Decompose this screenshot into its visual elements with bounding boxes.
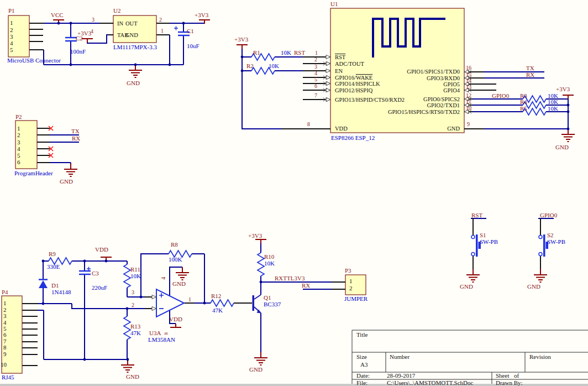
pin-name-pre: GPIO16/	[335, 75, 356, 81]
title-block-file-label: File:	[356, 380, 368, 386]
s1-value[interactable]: SW-PB	[480, 239, 498, 246]
s2-ref[interactable]: S2	[547, 232, 554, 239]
u1-pin14-num: 14	[466, 78, 471, 84]
net-label-rx[interactable]: RX	[526, 72, 534, 79]
u2-ref[interactable]: U2	[113, 8, 120, 14]
r12-ref[interactable]: R12	[211, 293, 221, 300]
r11-value[interactable]: 10K	[130, 273, 141, 280]
u1-vdd-name: VDD	[335, 126, 348, 132]
u1-pin3-num: 3	[314, 64, 317, 70]
r1-value[interactable]: 10K	[281, 50, 291, 56]
s2-value[interactable]: SW-PB	[547, 239, 565, 246]
d1-ref[interactable]: D1	[51, 283, 59, 289]
r9-ref[interactable]: R9	[49, 251, 56, 258]
r4-ref[interactable]: R4	[520, 99, 527, 106]
c2-ref[interactable]: C2	[76, 35, 83, 42]
p4-ref[interactable]: P4	[2, 289, 8, 296]
resistor-symbols[interactable]	[49, 54, 546, 340]
p2-pin-1: 1	[17, 126, 20, 132]
c2-value[interactable]: 100nF	[70, 49, 86, 55]
net-label-vdd-rail[interactable]: VDD	[95, 247, 108, 253]
transistor-symbol[interactable]	[253, 295, 261, 314]
u1-pin16-name: GPIO1/SPICS1/TXD0	[407, 69, 460, 75]
u3a-value[interactable]: LM358AN	[148, 337, 175, 343]
r2-ref[interactable]: R2	[246, 63, 254, 70]
r8-value[interactable]: 100K	[169, 257, 182, 263]
net-label-tx-p2[interactable]: TX	[71, 128, 80, 135]
r2-value[interactable]: 10K	[269, 63, 279, 70]
r13-value[interactable]: 47K	[130, 330, 141, 337]
c3-ref[interactable]: C3	[92, 270, 99, 277]
u1-pin4-num: 4	[314, 71, 317, 77]
r5-value[interactable]: 10K	[548, 106, 558, 112]
u3a-infinity-icon: ∞	[164, 331, 168, 337]
u2-pin-in-name: IN	[117, 20, 123, 27]
r8-ref[interactable]: R8	[171, 242, 178, 248]
p3-body[interactable]	[345, 275, 366, 295]
net-label-rst[interactable]: RST	[294, 50, 305, 56]
u1-pin12-name: GPIO0/SPICS2	[423, 96, 460, 102]
p4-value[interactable]: RJ45	[2, 374, 14, 381]
net-label-tx[interactable]: TX	[526, 65, 534, 72]
net-label-3v3-r1r2[interactable]: +3V3	[234, 36, 248, 43]
r10-ref[interactable]: R10	[264, 254, 274, 260]
u2-value[interactable]: LM1117MPX-3.3	[113, 44, 157, 51]
wires-blue[interactable]	[38, 23, 568, 359]
r12-value[interactable]: 47K	[212, 307, 223, 314]
q1-ref[interactable]: Q1	[264, 295, 271, 301]
s1-ref[interactable]: S1	[480, 232, 486, 239]
u1-pin7-num: 7	[314, 93, 317, 99]
vdd-label-opamp: VDD	[169, 316, 182, 323]
u1-pin12-num: 12	[466, 93, 471, 99]
u1-pin10-num: 10	[466, 106, 471, 112]
d1-value[interactable]: 1N4148	[51, 289, 71, 296]
p1-pin-5: 5	[10, 47, 13, 54]
net-label-3v3-pullups[interactable]: +3V3	[556, 86, 570, 93]
net-label-3v3-r10[interactable]: +3V3	[248, 233, 262, 239]
r11-ref[interactable]: R11	[130, 267, 140, 273]
r4-value[interactable]: 10K	[548, 99, 558, 106]
net-label-gpio0[interactable]: GPIO0	[492, 93, 509, 100]
u1-pin8-num: 8	[307, 122, 310, 128]
u3a-pin3-num: 3	[132, 290, 134, 296]
r5-ref[interactable]: R5	[520, 106, 527, 112]
u1-pin3-name: EN	[335, 68, 343, 74]
p1-value[interactable]: MicroUSB Connector	[7, 58, 61, 64]
u1-value[interactable]: ESP8266 ESP_12	[331, 135, 375, 142]
u2-pin-out-name: OUT	[125, 20, 138, 27]
gnd-label-regulator: GND	[127, 80, 140, 87]
pin-name-overline: WAKE	[356, 75, 372, 81]
u1-ref[interactable]: U1	[330, 1, 338, 8]
capacitor-symbols[interactable]	[65, 27, 190, 275]
net-label-rxttl3v3[interactable]: RXTTL3V3	[275, 275, 305, 282]
p2-ref[interactable]: P2	[15, 114, 22, 121]
c1-ref[interactable]: C1	[187, 28, 194, 35]
r9-value[interactable]: 330E	[47, 264, 60, 270]
p1-ref[interactable]: P1	[8, 8, 15, 14]
r10-value[interactable]: 10K	[264, 260, 275, 267]
u3a-ref[interactable]: U3A	[149, 330, 161, 337]
p4-pin-3: 3	[3, 313, 7, 320]
p1-pin-2: 2	[10, 27, 13, 34]
p3-ref[interactable]: P3	[345, 268, 351, 274]
title-block-file-value: C:\Users\..\AMSTOMOTT.SchDoc	[387, 380, 473, 386]
p2-value[interactable]: ProgramHeader	[14, 170, 53, 177]
gnd-label-opamp: GND	[172, 281, 186, 288]
r1-ref[interactable]: R1	[253, 50, 260, 56]
p3-value[interactable]: JUMPER	[344, 296, 368, 302]
u1-pin11-name: GPIO2/TXD1	[427, 102, 460, 108]
net-label-rst-s1[interactable]: RST	[471, 212, 482, 219]
net-label-rx-p3[interactable]: RX	[302, 283, 310, 289]
u2-body[interactable]	[113, 15, 156, 43]
c3-value[interactable]: 220uF	[92, 285, 107, 291]
diode-symbol[interactable]	[39, 280, 48, 289]
net-label-3v3-c1[interactable]: +3V3	[195, 12, 208, 19]
u1-pin15-num: 15	[466, 72, 471, 78]
r13-ref[interactable]: R13	[130, 324, 140, 330]
q1-value[interactable]: BC337	[264, 301, 281, 308]
net-label-rx-p2[interactable]: RX	[72, 135, 80, 142]
net-label-vcc[interactable]: VCC	[51, 12, 64, 19]
title-block-size-label: Size	[356, 354, 367, 361]
net-label-gpio0-s2[interactable]: GPIO0	[540, 212, 557, 219]
c1-value[interactable]: 10uF	[187, 43, 200, 50]
